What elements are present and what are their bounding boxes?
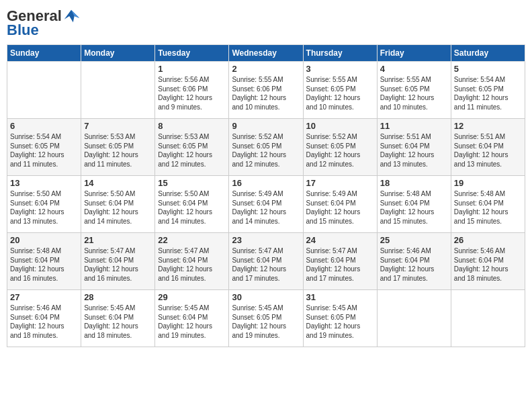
- calendar-day-cell: 3Sunrise: 5:55 AM Sunset: 6:05 PM Daylig…: [303, 62, 377, 119]
- day-number: 15: [158, 178, 226, 188]
- day-number: 21: [84, 235, 152, 245]
- day-info: Sunrise: 5:55 AM Sunset: 6:05 PM Dayligh…: [380, 75, 448, 111]
- calendar-day-cell: [81, 62, 155, 119]
- logo-blue-text: Blue: [7, 21, 39, 39]
- day-number: 1: [158, 64, 226, 74]
- calendar-week-row: 27Sunrise: 5:46 AM Sunset: 6:04 PM Dayli…: [7, 290, 525, 347]
- day-number: 4: [380, 64, 448, 74]
- day-info: Sunrise: 5:50 AM Sunset: 6:04 PM Dayligh…: [10, 189, 78, 226]
- calendar-week-row: 20Sunrise: 5:48 AM Sunset: 6:04 PM Dayli…: [7, 233, 525, 290]
- logo: General Blue: [7, 7, 81, 39]
- day-info: Sunrise: 5:53 AM Sunset: 6:05 PM Dayligh…: [158, 132, 226, 169]
- calendar-day-cell: 18Sunrise: 5:48 AM Sunset: 6:04 PM Dayli…: [377, 176, 451, 233]
- calendar-day-cell: 6Sunrise: 5:54 AM Sunset: 6:05 PM Daylig…: [7, 119, 81, 176]
- header: General Blue: [7, 7, 525, 39]
- day-number: 31: [306, 292, 374, 302]
- calendar-day-cell: 22Sunrise: 5:47 AM Sunset: 6:04 PM Dayli…: [155, 233, 229, 290]
- day-info: Sunrise: 5:51 AM Sunset: 6:04 PM Dayligh…: [454, 132, 522, 169]
- logo-bird-icon: [62, 7, 81, 26]
- calendar-day-cell: 8Sunrise: 5:53 AM Sunset: 6:05 PM Daylig…: [155, 119, 229, 176]
- calendar-day-cell: 24Sunrise: 5:47 AM Sunset: 6:04 PM Dayli…: [303, 233, 377, 290]
- day-info: Sunrise: 5:55 AM Sunset: 6:05 PM Dayligh…: [306, 75, 374, 111]
- calendar-header-friday: Friday: [377, 45, 451, 62]
- calendar-day-cell: 13Sunrise: 5:50 AM Sunset: 6:04 PM Dayli…: [7, 176, 81, 233]
- day-info: Sunrise: 5:52 AM Sunset: 6:05 PM Dayligh…: [306, 132, 374, 169]
- calendar-header-thursday: Thursday: [303, 45, 377, 62]
- day-number: 2: [232, 64, 300, 74]
- day-info: Sunrise: 5:49 AM Sunset: 6:04 PM Dayligh…: [306, 189, 374, 226]
- day-info: Sunrise: 5:49 AM Sunset: 6:04 PM Dayligh…: [232, 189, 300, 226]
- calendar-day-cell: [377, 290, 451, 347]
- calendar-header-wednesday: Wednesday: [229, 45, 303, 62]
- calendar-day-cell: 5Sunrise: 5:54 AM Sunset: 6:05 PM Daylig…: [451, 62, 525, 119]
- day-number: 27: [10, 292, 78, 302]
- calendar-day-cell: 23Sunrise: 5:47 AM Sunset: 6:04 PM Dayli…: [229, 233, 303, 290]
- day-number: 17: [306, 178, 374, 188]
- calendar-day-cell: 19Sunrise: 5:48 AM Sunset: 6:04 PM Dayli…: [451, 176, 525, 233]
- day-info: Sunrise: 5:55 AM Sunset: 6:06 PM Dayligh…: [232, 75, 300, 111]
- calendar-day-cell: 31Sunrise: 5:45 AM Sunset: 6:05 PM Dayli…: [303, 290, 377, 347]
- calendar-header-saturday: Saturday: [451, 45, 525, 62]
- calendar-day-cell: 26Sunrise: 5:46 AM Sunset: 6:04 PM Dayli…: [451, 233, 525, 290]
- calendar-day-cell: 7Sunrise: 5:53 AM Sunset: 6:05 PM Daylig…: [81, 119, 155, 176]
- day-info: Sunrise: 5:45 AM Sunset: 6:04 PM Dayligh…: [158, 304, 226, 340]
- day-info: Sunrise: 5:53 AM Sunset: 6:05 PM Dayligh…: [84, 132, 152, 169]
- calendar-day-cell: 16Sunrise: 5:49 AM Sunset: 6:04 PM Dayli…: [229, 176, 303, 233]
- calendar-week-row: 6Sunrise: 5:54 AM Sunset: 6:05 PM Daylig…: [7, 119, 525, 176]
- calendar-day-cell: 20Sunrise: 5:48 AM Sunset: 6:04 PM Dayli…: [7, 233, 81, 290]
- day-info: Sunrise: 5:54 AM Sunset: 6:05 PM Dayligh…: [10, 132, 78, 169]
- calendar-day-cell: [451, 290, 525, 347]
- day-info: Sunrise: 5:47 AM Sunset: 6:04 PM Dayligh…: [306, 246, 374, 283]
- day-number: 9: [232, 121, 300, 131]
- day-number: 10: [306, 121, 374, 131]
- calendar-day-cell: 27Sunrise: 5:46 AM Sunset: 6:04 PM Dayli…: [7, 290, 81, 347]
- day-number: 11: [380, 121, 448, 131]
- day-number: 23: [232, 235, 300, 245]
- calendar-day-cell: 29Sunrise: 5:45 AM Sunset: 6:04 PM Dayli…: [155, 290, 229, 347]
- day-number: 14: [84, 178, 152, 188]
- calendar-header-sunday: Sunday: [7, 45, 81, 62]
- day-info: Sunrise: 5:50 AM Sunset: 6:04 PM Dayligh…: [84, 189, 152, 226]
- calendar-day-cell: 25Sunrise: 5:46 AM Sunset: 6:04 PM Dayli…: [377, 233, 451, 290]
- calendar-day-cell: 30Sunrise: 5:45 AM Sunset: 6:05 PM Dayli…: [229, 290, 303, 347]
- day-number: 19: [454, 178, 522, 188]
- day-number: 18: [380, 178, 448, 188]
- calendar-day-cell: 17Sunrise: 5:49 AM Sunset: 6:04 PM Dayli…: [303, 176, 377, 233]
- day-number: 20: [10, 235, 78, 245]
- calendar-day-cell: 9Sunrise: 5:52 AM Sunset: 6:05 PM Daylig…: [229, 119, 303, 176]
- day-number: 5: [454, 64, 522, 74]
- day-info: Sunrise: 5:48 AM Sunset: 6:04 PM Dayligh…: [380, 189, 448, 226]
- day-info: Sunrise: 5:51 AM Sunset: 6:04 PM Dayligh…: [380, 132, 448, 169]
- day-info: Sunrise: 5:45 AM Sunset: 6:05 PM Dayligh…: [232, 304, 300, 340]
- day-number: 25: [380, 235, 448, 245]
- day-number: 8: [158, 121, 226, 131]
- calendar-day-cell: 4Sunrise: 5:55 AM Sunset: 6:05 PM Daylig…: [377, 62, 451, 119]
- day-number: 22: [158, 235, 226, 245]
- day-info: Sunrise: 5:46 AM Sunset: 6:04 PM Dayligh…: [10, 304, 78, 340]
- day-number: 12: [454, 121, 522, 131]
- calendar-day-cell: 12Sunrise: 5:51 AM Sunset: 6:04 PM Dayli…: [451, 119, 525, 176]
- calendar-day-cell: 14Sunrise: 5:50 AM Sunset: 6:04 PM Dayli…: [81, 176, 155, 233]
- calendar-header-row: SundayMondayTuesdayWednesdayThursdayFrid…: [7, 45, 525, 62]
- calendar-table: SundayMondayTuesdayWednesdayThursdayFrid…: [7, 44, 525, 347]
- day-number: 24: [306, 235, 374, 245]
- day-number: 6: [10, 121, 78, 131]
- calendar-day-cell: 28Sunrise: 5:45 AM Sunset: 6:04 PM Dayli…: [81, 290, 155, 347]
- calendar-day-cell: 11Sunrise: 5:51 AM Sunset: 6:04 PM Dayli…: [377, 119, 451, 176]
- calendar-day-cell: 2Sunrise: 5:55 AM Sunset: 6:06 PM Daylig…: [229, 62, 303, 119]
- day-info: Sunrise: 5:48 AM Sunset: 6:04 PM Dayligh…: [10, 246, 78, 283]
- day-info: Sunrise: 5:47 AM Sunset: 6:04 PM Dayligh…: [158, 246, 226, 283]
- day-info: Sunrise: 5:47 AM Sunset: 6:04 PM Dayligh…: [84, 246, 152, 283]
- day-info: Sunrise: 5:45 AM Sunset: 6:05 PM Dayligh…: [306, 304, 374, 340]
- day-number: 26: [454, 235, 522, 245]
- day-info: Sunrise: 5:46 AM Sunset: 6:04 PM Dayligh…: [380, 246, 448, 283]
- calendar-day-cell: 10Sunrise: 5:52 AM Sunset: 6:05 PM Dayli…: [303, 119, 377, 176]
- day-number: 30: [232, 292, 300, 302]
- day-number: 29: [158, 292, 226, 302]
- day-number: 3: [306, 64, 374, 74]
- day-info: Sunrise: 5:50 AM Sunset: 6:04 PM Dayligh…: [158, 189, 226, 226]
- calendar-day-cell: 1Sunrise: 5:56 AM Sunset: 6:06 PM Daylig…: [155, 62, 229, 119]
- day-info: Sunrise: 5:45 AM Sunset: 6:04 PM Dayligh…: [84, 304, 152, 340]
- day-info: Sunrise: 5:56 AM Sunset: 6:06 PM Dayligh…: [158, 75, 226, 111]
- day-info: Sunrise: 5:46 AM Sunset: 6:04 PM Dayligh…: [454, 246, 522, 283]
